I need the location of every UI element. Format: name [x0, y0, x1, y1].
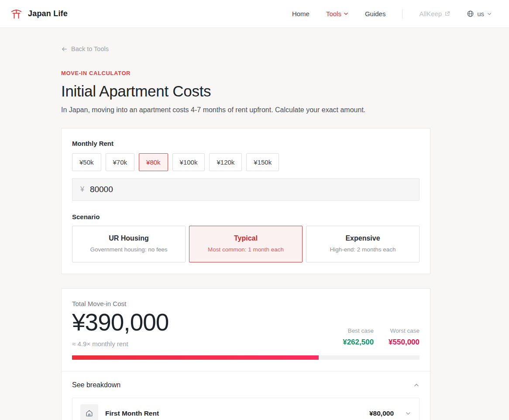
scenario-description: High-end: 2 months each	[311, 246, 415, 253]
chevron-up-icon	[413, 382, 420, 388]
scenario-label: Scenario	[72, 213, 420, 220]
scenario-description: Most common: 1 month each	[194, 246, 298, 253]
preset-100k-button[interactable]: ¥100k	[172, 153, 205, 171]
breakdown-title: See breakdown	[72, 381, 120, 389]
breakdown-item-label: First Month Rent	[105, 410, 362, 417]
preset-70k-button[interactable]: ¥70k	[106, 153, 135, 171]
nav-tools[interactable]: Tools	[326, 10, 348, 17]
result-card: Total Move-in Cost ¥390,000 ≈ 4.9× month…	[61, 288, 430, 420]
nav-home[interactable]: Home	[292, 10, 310, 17]
cost-progress-fill	[72, 355, 319, 360]
case-summary: Best case ¥262,500 Worst case ¥550,000	[343, 327, 420, 348]
arrow-left-icon	[61, 46, 68, 52]
rent-input[interactable]	[90, 185, 411, 194]
nav-menu: Home Tools Guides AllKeep us	[292, 9, 492, 19]
preset-150k-button[interactable]: ¥150k	[246, 153, 279, 171]
brand-logo[interactable]: Japan Life	[10, 8, 68, 20]
chevron-down-icon	[405, 410, 411, 417]
breakdown-item-amount: ¥80,000	[369, 410, 394, 417]
scenario-options: UR Housing Government housing: no fees T…	[72, 226, 420, 262]
page-title: Initial Apartment Costs	[61, 83, 430, 100]
monthly-rent-label: Monthly Rent	[72, 140, 420, 147]
chevron-down-icon	[344, 10, 348, 17]
yen-prefix: ¥	[80, 186, 84, 193]
preset-80k-button[interactable]: ¥80k	[139, 153, 168, 171]
nav-divider	[402, 9, 402, 19]
back-to-tools-link[interactable]: Back to Tools	[61, 45, 109, 52]
best-case-label: Best case	[343, 327, 374, 334]
main-content: Back to Tools MOVE-IN CALCULATOR Initial…	[61, 28, 430, 420]
external-link-icon	[444, 11, 450, 17]
scenario-typical[interactable]: Typical Most common: 1 month each	[189, 226, 303, 262]
eyebrow-label: MOVE-IN CALCULATOR	[61, 70, 430, 76]
total-row: ¥390,000 ≈ 4.9× monthly rent Best case ¥…	[72, 307, 420, 348]
multiplier-note: ≈ 4.9× monthly rent	[72, 340, 169, 348]
worst-case-label: Worst case	[389, 327, 420, 334]
total-amount: ¥390,000	[72, 310, 169, 335]
home-icon	[80, 404, 98, 420]
scenario-title: Typical	[194, 234, 298, 242]
globe-icon	[467, 10, 474, 17]
page-subtitle: In Japan, moving into an apartment costs…	[61, 106, 430, 114]
best-case-value: ¥262,500	[343, 338, 374, 347]
cost-progress-track	[72, 355, 420, 360]
chevron-down-icon	[487, 10, 492, 17]
breakdown-item-first-month-rent[interactable]: First Month Rent ¥80,000	[72, 398, 420, 420]
top-navbar: Japan Life Home Tools Guides AllKeep	[0, 0, 509, 28]
preset-120k-button[interactable]: ¥120k	[209, 153, 242, 171]
total-cost-label: Total Move-in Cost	[72, 300, 420, 307]
worst-case-column: Worst case ¥550,000	[389, 327, 420, 347]
worst-case-value: ¥550,000	[389, 338, 420, 347]
nav-allkeep-external[interactable]: AllKeep	[419, 10, 450, 17]
calculator-card: Monthly Rent ¥50k ¥70k ¥80k ¥100k ¥120k …	[61, 128, 430, 274]
rent-presets: ¥50k ¥70k ¥80k ¥100k ¥120k ¥150k	[72, 153, 420, 171]
scenario-expensive[interactable]: Expensive High-end: 2 months each	[306, 226, 420, 262]
scenario-ur-housing[interactable]: UR Housing Government housing: no fees	[72, 226, 186, 262]
best-case-column: Best case ¥262,500	[343, 327, 374, 347]
scenario-title: Expensive	[311, 234, 415, 242]
nav-guides[interactable]: Guides	[365, 10, 386, 17]
preset-50k-button[interactable]: ¥50k	[72, 153, 101, 171]
locale-selector[interactable]: us	[467, 10, 492, 17]
brand-name: Japan Life	[28, 9, 68, 18]
scenario-title: UR Housing	[77, 234, 181, 242]
rent-input-wrapper: ¥	[72, 178, 420, 201]
torii-gate-icon	[10, 8, 22, 20]
scenario-description: Government housing: no fees	[77, 246, 181, 253]
see-breakdown-toggle[interactable]: See breakdown	[72, 372, 420, 389]
